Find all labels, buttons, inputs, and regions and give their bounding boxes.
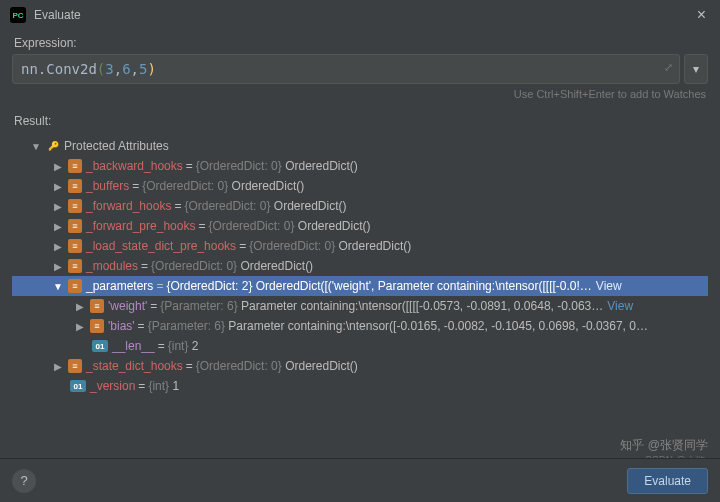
chevron-right-icon[interactable]: ▶: [74, 301, 86, 312]
chevron-right-icon[interactable]: ▶: [52, 161, 64, 172]
result-label: Result:: [0, 108, 720, 132]
field-icon: ≡: [90, 319, 104, 333]
expand-icon[interactable]: ⤢: [664, 61, 673, 74]
view-link[interactable]: View: [607, 299, 633, 313]
tree-row-weight[interactable]: ▶ ≡ 'weight' = {Parameter: 6} Parameter …: [12, 296, 708, 316]
chevron-down-icon[interactable]: ▼: [52, 281, 64, 292]
chevron-right-icon[interactable]: ▶: [74, 321, 86, 332]
field-icon: ≡: [68, 239, 82, 253]
tree-row[interactable]: ▶≡_modules={OrderedDict: 0} OrderedDict(…: [12, 256, 708, 276]
shortcut-hint: Use Ctrl+Shift+Enter to add to Watches: [0, 84, 720, 108]
tree-row[interactable]: ▶≡_buffers={OrderedDict: 0} OrderedDict(…: [12, 176, 708, 196]
titlebar: PC Evaluate ×: [0, 0, 720, 30]
int-icon: 01: [92, 340, 108, 352]
int-icon: 01: [70, 380, 86, 392]
chevron-right-icon[interactable]: ▶: [52, 201, 64, 212]
chevron-right-icon[interactable]: ▶: [52, 241, 64, 252]
chevron-down-icon[interactable]: ▼: [30, 141, 42, 152]
tree-row-bias[interactable]: ▶ ≡ 'bias' = {Parameter: 6} Parameter co…: [12, 316, 708, 336]
tree-row[interactable]: ▶≡_forward_hooks={OrderedDict: 0} Ordere…: [12, 196, 708, 216]
chevron-right-icon[interactable]: ▶: [52, 361, 64, 372]
bottom-bar: ? Evaluate: [0, 458, 720, 502]
tree-row[interactable]: ▶≡_forward_pre_hooks={OrderedDict: 0} Or…: [12, 216, 708, 236]
field-icon: ≡: [68, 259, 82, 273]
expression-label: Expression:: [0, 30, 720, 54]
tree-row[interactable]: ▶≡_state_dict_hooks={OrderedDict: 0} Ord…: [12, 356, 708, 376]
result-area: ▼ 🔑 Protected Attributes ▶≡_backward_hoo…: [0, 132, 720, 422]
close-icon[interactable]: ×: [693, 6, 710, 24]
tree-row[interactable]: ▶≡_backward_hooks={OrderedDict: 0} Order…: [12, 156, 708, 176]
field-icon: ≡: [68, 219, 82, 233]
tree-row[interactable]: ▶≡_load_state_dict_pre_hooks={OrderedDic…: [12, 236, 708, 256]
chevron-right-icon[interactable]: ▶: [52, 261, 64, 272]
evaluate-button[interactable]: Evaluate: [627, 468, 708, 494]
result-tree[interactable]: ▼ 🔑 Protected Attributes ▶≡_backward_hoo…: [12, 132, 708, 422]
field-icon: ≡: [90, 299, 104, 313]
expression-input[interactable]: nn.Conv2d(3, 6, 5) ⤢: [12, 54, 680, 84]
field-icon: ≡: [68, 159, 82, 173]
expression-row: nn.Conv2d(3, 6, 5) ⤢ ▾: [0, 54, 720, 84]
chevron-right-icon[interactable]: ▶: [52, 181, 64, 192]
help-button[interactable]: ?: [12, 469, 36, 493]
tree-root[interactable]: ▼ 🔑 Protected Attributes: [12, 136, 708, 156]
field-icon: ≡: [68, 279, 82, 293]
view-link[interactable]: View: [596, 279, 622, 293]
field-icon: ≡: [68, 199, 82, 213]
field-icon: ≡: [68, 179, 82, 193]
window-title: Evaluate: [34, 8, 693, 22]
key-icon: 🔑: [46, 139, 60, 153]
field-icon: ≡: [68, 359, 82, 373]
chevron-right-icon[interactable]: ▶: [52, 221, 64, 232]
watermark: 知乎 @张贤同学: [620, 437, 708, 454]
tree-row-parameters[interactable]: ▼ ≡ _parameters = {OrderedDict: 2} Order…: [12, 276, 708, 296]
history-dropdown[interactable]: ▾: [684, 54, 708, 84]
tree-row-len[interactable]: 01 __len__ = {int} 2: [12, 336, 708, 356]
tree-row-version[interactable]: 01 _version = {int} 1: [12, 376, 708, 396]
pycharm-icon: PC: [10, 7, 26, 23]
